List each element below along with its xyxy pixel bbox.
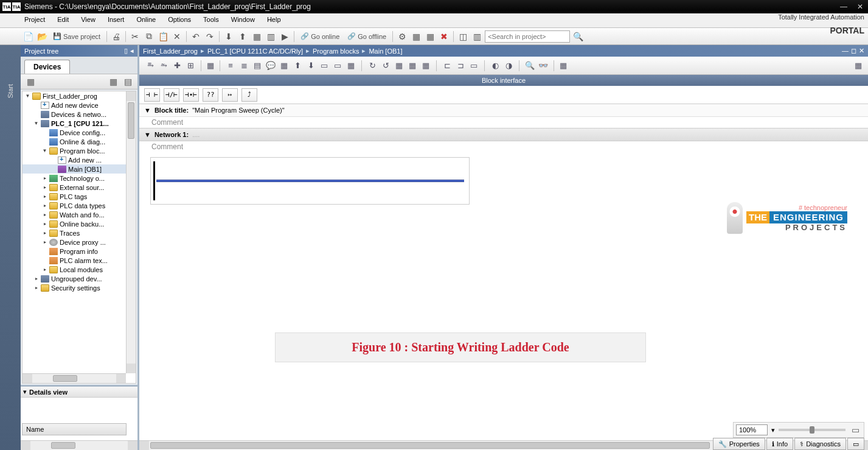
et-btn-24[interactable]: ◐ bbox=[489, 60, 501, 72]
save-project-button[interactable]: 💾 Save project bbox=[50, 30, 103, 43]
search-go-button[interactable]: 🔍 bbox=[572, 30, 584, 43]
et-btn-right[interactable]: ▦ bbox=[852, 60, 864, 72]
tree-expander-icon[interactable]: ▸ bbox=[42, 185, 47, 190]
et-btn-27[interactable]: 👓 bbox=[537, 60, 549, 72]
ladder-rung[interactable] bbox=[150, 157, 470, 205]
details-scrollbar-h[interactable] bbox=[21, 440, 137, 450]
properties-tab[interactable]: 🔧 Properties bbox=[713, 438, 765, 450]
tree-item[interactable]: ▼PLC_1 [CPU 121... bbox=[23, 119, 126, 128]
tree-item[interactable]: PLC alarm tex... bbox=[23, 256, 126, 265]
undo-button[interactable]: ↶ bbox=[190, 30, 202, 43]
lad-empty-box-button[interactable]: ?? bbox=[203, 88, 218, 102]
et-btn-22[interactable]: ⊐ bbox=[454, 60, 467, 72]
tool-a-button[interactable]: ⚙ bbox=[396, 30, 408, 43]
tree-item[interactable]: ▼First_Ladder_prog bbox=[23, 91, 126, 100]
tree-item[interactable]: ▸PLC data types bbox=[23, 201, 126, 210]
tree-expander-icon[interactable]: ▸ bbox=[42, 239, 47, 245]
new-project-button[interactable]: 📄 bbox=[22, 30, 34, 43]
breadcrumb-item[interactable]: Main [OB1] bbox=[369, 47, 402, 55]
editor-close-button[interactable]: ✕ bbox=[859, 47, 864, 55]
et-btn-2[interactable]: ⥲ bbox=[158, 60, 170, 72]
tool-b-button[interactable]: ▦ bbox=[410, 30, 422, 43]
panel-toggle-button[interactable]: ▭ bbox=[847, 438, 864, 450]
et-btn-9[interactable]: 💬 bbox=[265, 60, 277, 72]
paste-button[interactable]: 📋 bbox=[157, 30, 169, 43]
tree-expander-icon[interactable]: ▼ bbox=[33, 121, 39, 126]
block-interface-bar[interactable]: Block interface bbox=[139, 75, 868, 86]
et-btn-4[interactable]: ⊞ bbox=[184, 60, 196, 72]
breadcrumb-item[interactable]: First_Ladder_prog bbox=[143, 47, 198, 55]
et-btn-28[interactable]: ▦ bbox=[557, 60, 569, 72]
tree-expander-icon[interactable]: ▼ bbox=[42, 148, 47, 153]
download-button[interactable]: ⬇ bbox=[223, 30, 235, 43]
start-button[interactable]: ▶ bbox=[279, 30, 291, 43]
editor-min-button[interactable]: — bbox=[842, 47, 849, 55]
devices-tab[interactable]: Devices bbox=[24, 60, 70, 74]
et-btn-26[interactable]: 🔍 bbox=[524, 60, 536, 72]
menu-window[interactable]: Window bbox=[225, 13, 261, 27]
zoom-slider[interactable] bbox=[779, 429, 845, 431]
menu-project[interactable]: Project bbox=[18, 13, 51, 27]
tree-item[interactable]: ▸Local modules bbox=[23, 265, 126, 274]
close-button[interactable]: ✕ bbox=[852, 1, 868, 12]
et-btn-18[interactable]: ▦ bbox=[393, 60, 405, 72]
tool-c-button[interactable]: ▦ bbox=[424, 30, 436, 43]
zoom-dropdown-button[interactable]: ▾ bbox=[771, 426, 775, 434]
go-offline-button[interactable]: 🔗 Go offline bbox=[344, 30, 389, 43]
et-btn-25[interactable]: ◑ bbox=[502, 60, 515, 72]
list-view-button[interactable]: ▤ bbox=[122, 76, 134, 88]
tree-item[interactable]: ▸PLC tags bbox=[23, 192, 126, 201]
tree-expander-icon[interactable]: ▸ bbox=[42, 175, 47, 181]
tree-expander-icon[interactable]: ▸ bbox=[42, 203, 47, 208]
et-btn-8[interactable]: ▤ bbox=[251, 60, 263, 72]
et-btn-11[interactable]: ⬆ bbox=[291, 60, 304, 72]
tree-expander-icon[interactable]: ▸ bbox=[42, 194, 47, 199]
et-btn-16[interactable]: ↻ bbox=[366, 60, 378, 72]
sidebar-collapse-button[interactable]: ◂ bbox=[130, 47, 134, 55]
details-header[interactable]: ▾ Details view bbox=[21, 387, 137, 398]
tree-expander-icon[interactable]: ▼ bbox=[25, 93, 30, 99]
zoom-select[interactable]: 100% bbox=[736, 424, 768, 435]
tree-expander-icon[interactable]: ▸ bbox=[33, 276, 39, 281]
tree-item[interactable]: Online & diag... bbox=[23, 137, 126, 146]
tree-scrollbar-v[interactable] bbox=[126, 91, 136, 373]
tree-item[interactable]: ▸Device proxy ... bbox=[23, 237, 126, 247]
network-view-button[interactable]: ▦ bbox=[24, 76, 36, 88]
tree-expander-icon[interactable]: ▸ bbox=[42, 221, 47, 227]
tree-expander-icon[interactable]: ▸ bbox=[42, 230, 47, 236]
et-btn-15[interactable]: ▦ bbox=[345, 60, 357, 72]
menu-tools[interactable]: Tools bbox=[197, 13, 225, 27]
chevron-down-icon[interactable]: ▼ bbox=[144, 131, 151, 138]
et-btn-23[interactable]: ▭ bbox=[468, 60, 480, 72]
et-btn-7[interactable]: ≣ bbox=[238, 60, 250, 72]
tree-item[interactable]: ▸Security settings bbox=[23, 283, 126, 292]
tree-expander-icon[interactable]: ▸ bbox=[33, 285, 39, 290]
delete-button[interactable]: ✕ bbox=[171, 30, 183, 43]
info-tab[interactable]: ℹ Info bbox=[766, 438, 793, 450]
tree-item[interactable]: Program info bbox=[23, 247, 126, 256]
tree-expander-icon[interactable]: ▸ bbox=[42, 267, 47, 272]
et-btn-5[interactable]: ▦ bbox=[204, 60, 217, 72]
et-btn-3[interactable]: ✚ bbox=[171, 60, 183, 72]
menu-options[interactable]: Options bbox=[162, 13, 197, 27]
tree-item[interactable]: ▸External sour... bbox=[23, 183, 126, 192]
tree-scrollbar-h[interactable] bbox=[23, 373, 126, 383]
split-h-button[interactable]: ◫ bbox=[457, 30, 469, 43]
cut-button[interactable]: ✂ bbox=[129, 30, 141, 43]
et-btn-12[interactable]: ⬇ bbox=[305, 60, 317, 72]
menu-online[interactable]: Online bbox=[130, 13, 162, 27]
et-btn-21[interactable]: ⊏ bbox=[441, 60, 453, 72]
redo-button[interactable]: ↷ bbox=[204, 30, 216, 43]
tree-item[interactable]: Devices & netwo... bbox=[23, 110, 126, 119]
menu-view[interactable]: View bbox=[75, 13, 102, 27]
open-project-button[interactable]: 📂 bbox=[36, 30, 48, 43]
breadcrumb-item[interactable]: Program blocks bbox=[313, 47, 359, 55]
tree-item[interactable]: Add new device bbox=[23, 100, 126, 110]
chevron-down-icon[interactable]: ▼ bbox=[144, 107, 151, 114]
lad-nc-contact-button[interactable]: ⊣/⊢ bbox=[164, 88, 179, 102]
et-btn-14[interactable]: ▭ bbox=[332, 60, 344, 72]
breadcrumb-item[interactable]: PLC_1 [CPU 1211C AC/DC/Rly] bbox=[207, 47, 303, 55]
et-btn-20[interactable]: ▦ bbox=[420, 60, 432, 72]
et-btn-1[interactable]: ⥱ bbox=[144, 60, 156, 72]
minimize-button[interactable]: — bbox=[836, 1, 852, 12]
